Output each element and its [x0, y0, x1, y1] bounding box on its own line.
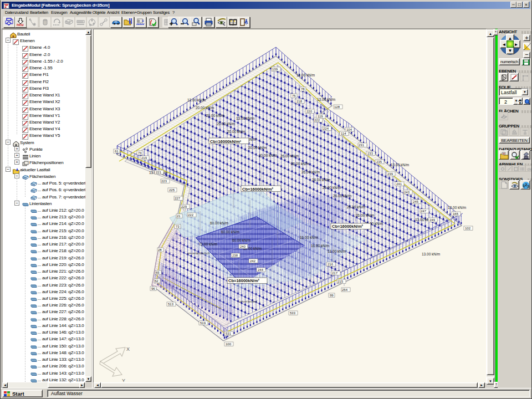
svg-text:°: °	[505, 182, 507, 185]
svg-text:220: 220	[306, 110, 313, 113]
svg-text:513: 513	[168, 303, 174, 306]
svg-text:X: X	[126, 346, 130, 352]
svg-text:223: 223	[161, 180, 167, 183]
svg-text:20.00 kN/m: 20.00 kN/m	[259, 154, 277, 157]
svg-text:215: 215	[337, 280, 344, 283]
svg-text:26.00 kN/m: 26.00 kN/m	[356, 213, 374, 217]
svg-text:531: 531	[226, 332, 232, 335]
svg-text:20.00 kN/m: 20.00 kN/m	[196, 106, 214, 110]
svg-text:99: 99	[330, 294, 334, 297]
svg-text:519: 519	[200, 321, 206, 325]
svg-text:216: 216	[328, 263, 334, 266]
svg-text:235: 235	[376, 160, 382, 163]
svg-text:Y: Y	[122, 378, 125, 382]
svg-text:227: 227	[175, 197, 181, 200]
svg-text:222: 222	[314, 119, 320, 122]
svg-text:Cb=16000kN/m²: Cb=16000kN/m²	[242, 187, 274, 192]
svg-text:217: 217	[332, 272, 338, 275]
svg-text:240: 240	[240, 245, 246, 248]
svg-text:238: 238	[232, 254, 238, 257]
svg-text:239: 239	[387, 172, 393, 176]
svg-text:72.00 kN/m: 72.00 kN/m	[199, 242, 217, 246]
svg-text:60.00 kN/m: 60.00 kN/m	[232, 238, 250, 242]
svg-text:139: 139	[272, 68, 278, 71]
svg-text:26.00 kN/m: 26.00 kN/m	[291, 162, 309, 166]
svg-text:233: 233	[367, 152, 374, 155]
svg-text:218: 218	[296, 100, 303, 103]
svg-text:neu: neu	[17, 23, 23, 27]
svg-text:102: 102	[465, 227, 471, 230]
svg-text:28: 28	[158, 248, 162, 252]
svg-text:16.00 kN/m: 16.00 kN/m	[300, 236, 318, 239]
svg-text:65: 65	[156, 271, 160, 274]
svg-text:244: 244	[258, 268, 264, 272]
svg-text:dle: dle	[527, 167, 532, 171]
svg-text:229: 229	[181, 205, 187, 208]
svg-text:225: 225	[169, 188, 175, 192]
svg-text:60.00 kN/m: 60.00 kN/m	[210, 221, 228, 225]
svg-text:20.00 kN/m: 20.00 kN/m	[248, 146, 267, 150]
svg-text:26.00 kN/m: 26.00 kN/m	[312, 178, 330, 182]
svg-text:78: 78	[301, 88, 305, 91]
svg-text:242: 242	[250, 259, 256, 263]
svg-text:224: 224	[323, 127, 329, 130]
svg-text:60.00 kN/m: 60.00 kN/m	[221, 230, 239, 234]
svg-text:249: 249	[429, 218, 436, 222]
svg-text:254: 254	[342, 288, 348, 291]
svg-text:13.00 kN/m: 13.00 kN/m	[236, 116, 254, 120]
svg-text:245: 245	[413, 200, 419, 203]
svg-text:3: 3	[527, 184, 530, 189]
svg-text:104: 104	[346, 128, 352, 131]
svg-text:13.00 kN/m: 13.00 kN/m	[422, 252, 440, 256]
svg-text:62: 62	[155, 279, 158, 283]
svg-text:533: 533	[290, 311, 296, 315]
svg-text:128: 128	[334, 105, 340, 109]
svg-text:247: 247	[421, 209, 427, 213]
svg-text:241: 241	[396, 182, 402, 186]
svg-text:26.00 kN/m: 26.00 kN/m	[347, 205, 365, 209]
svg-text:26.00 kN/m: 26.00 kN/m	[301, 170, 320, 174]
svg-text:75: 75	[292, 94, 296, 98]
svg-text:Cb=16000kN/m²: Cb=16000kN/m²	[228, 278, 260, 283]
svg-text:13.00 kN/m: 13.00 kN/m	[448, 206, 466, 209]
svg-text:222: 222	[188, 213, 194, 217]
svg-text:q=veränderl: q=veränderl	[239, 299, 257, 303]
svg-text:Cb=16000kN/m²: Cb=16000kN/m²	[332, 224, 364, 229]
svg-text:13.00 kN/m: 13.00 kN/m	[296, 73, 315, 77]
svg-text:61: 61	[115, 150, 119, 153]
svg-text:96: 96	[151, 287, 155, 290]
svg-text:100: 100	[226, 342, 232, 346]
svg-text:q=veränderlich: q=veränderlich	[187, 251, 210, 255]
svg-text:219: 219	[141, 156, 147, 160]
svg-text:73: 73	[176, 225, 180, 228]
svg-text:Cb=16000kN/m³: Cb=16000kN/m³	[210, 139, 242, 144]
svg-text:74: 74	[138, 151, 142, 155]
svg-text:13.00 kN/m: 13.00 kN/m	[187, 98, 206, 102]
svg-text:231: 231	[359, 144, 365, 147]
svg-text:13.00 kN/m: 13.00 kN/m	[317, 98, 335, 101]
svg-text:16.00 kN/m: 16.00 kN/m	[311, 244, 329, 248]
svg-text:26.00 kN/m: 26.00 kN/m	[323, 186, 341, 190]
svg-text:26.00 kN/m: 26.00 kN/m	[280, 154, 299, 158]
svg-text:26.00 kN/m: 26.00 kN/m	[333, 194, 351, 198]
svg-text:119: 119	[318, 115, 323, 118]
svg-text:221: 221	[156, 171, 162, 174]
svg-text:20.00 kN/m: 20.00 kN/m	[227, 130, 245, 134]
svg-text:243: 243	[404, 191, 410, 194]
svg-text:165: 165	[453, 212, 459, 216]
svg-text:20.00 kN/m: 20.00 kN/m	[217, 122, 235, 126]
svg-text:21: 21	[177, 214, 181, 218]
svg-text:13.00 kN/m: 13.00 kN/m	[391, 163, 409, 167]
svg-text:114: 114	[341, 132, 346, 135]
svg-text:13.00 kN/m: 13.00 kN/m	[328, 249, 346, 253]
svg-text:20.00 kN/m: 20.00 kN/m	[206, 114, 224, 117]
